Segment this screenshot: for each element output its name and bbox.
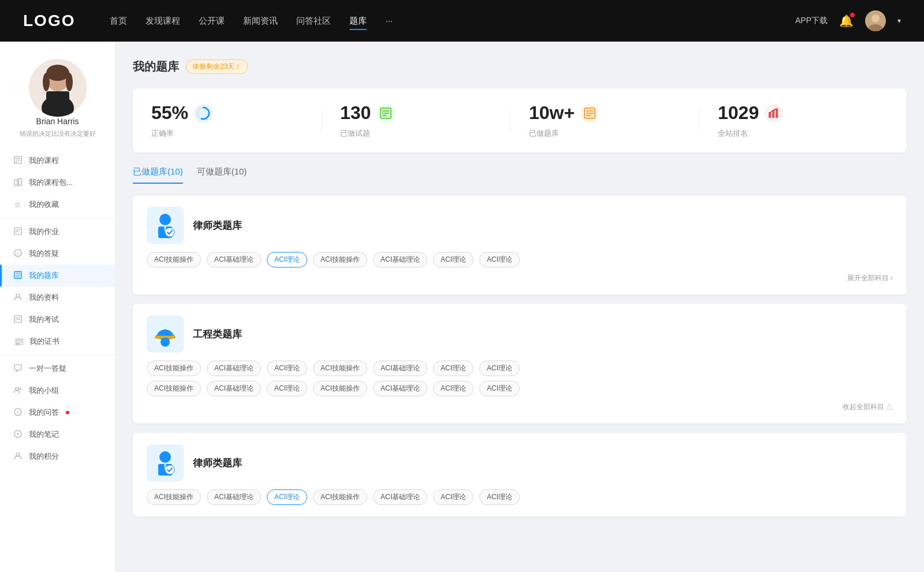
tab-done[interactable]: 已做题库(10)	[133, 166, 183, 183]
tag-1-1[interactable]: ACI基础理论	[207, 252, 261, 268]
nav-right: APP下载 🔔 ▾	[795, 10, 901, 31]
nav-link-news[interactable]: 新闻资讯	[243, 16, 278, 27]
sidebar-item-my-exams[interactable]: 我的考试	[0, 309, 115, 330]
tag-2b-4[interactable]: ACI基础理论	[373, 381, 427, 396]
notification-bell[interactable]: 🔔	[839, 14, 854, 28]
groups-icon	[14, 386, 23, 396]
tag-2b-5[interactable]: ACI理论	[433, 381, 474, 396]
engineer-icon	[147, 315, 184, 352]
sidebar-label-my-packages: 我的课程包...	[29, 177, 73, 188]
sidebar-item-my-certs[interactable]: 📰 我的证书	[0, 330, 115, 352]
page-header: 我的题库 体验剩余23天！	[133, 59, 907, 75]
nav-link-open[interactable]: 公开课	[199, 16, 225, 27]
app-download-button[interactable]: APP下载	[795, 16, 828, 26]
tag-1-5[interactable]: ACI理论	[433, 252, 474, 268]
qbank-collapse-2[interactable]: 收起全部科目 △	[147, 402, 893, 412]
sidebar-item-my-groups[interactable]: 我的小组	[0, 380, 115, 402]
sidebar-item-my-answers[interactable]: ? 我的问答	[0, 402, 115, 424]
tag-2-5[interactable]: ACI理论	[433, 361, 474, 376]
tag-2-6[interactable]: ACI理论	[479, 361, 520, 376]
tag-2b-0[interactable]: ACI技能操作	[147, 381, 201, 396]
stat-done-questions-value: 130	[340, 102, 371, 124]
stat-accuracy: 55% 正确率	[151, 102, 322, 139]
qbank-icon	[14, 271, 23, 281]
nav-link-qbank[interactable]: 题库	[349, 16, 367, 27]
svg-rect-50	[769, 112, 771, 118]
sidebar-motto: 错误的决定比没有决定要好	[14, 129, 102, 138]
qbank-tags-2b: ACI技能操作 ACI基础理论 ACI理论 ACI技能操作 ACI基础理论 AC…	[147, 381, 893, 396]
sidebar-item-my-profile[interactable]: 我的资料	[0, 287, 115, 309]
svg-point-59	[161, 337, 170, 347]
tag-3-6[interactable]: ACI理论	[479, 489, 520, 505]
tag-1-2[interactable]: ACI理论	[267, 252, 307, 268]
tag-1-3[interactable]: ACI技能操作	[313, 252, 367, 268]
nav-link-more[interactable]: ···	[385, 16, 393, 27]
tag-3-3[interactable]: ACI技能操作	[313, 489, 367, 505]
tag-2-3[interactable]: ACI技能操作	[313, 361, 367, 376]
tag-3-2[interactable]: ACI理论	[267, 489, 307, 505]
tag-3-1[interactable]: ACI基础理论	[207, 489, 261, 505]
nav-logo: LOGO	[23, 12, 75, 30]
sidebar-item-my-packages[interactable]: 我的课程包...	[0, 172, 115, 194]
qbank-tags-2a: ACI技能操作 ACI基础理论 ACI理论 ACI技能操作 ACI基础理论 AC…	[147, 361, 893, 376]
notification-dot	[850, 13, 855, 17]
svg-rect-14	[14, 180, 17, 185]
main-content: 我的题库 体验剩余23天！ 55% 正确率	[116, 42, 924, 572]
tag-2-2[interactable]: ACI理论	[267, 361, 307, 376]
tag-3-5[interactable]: ACI理论	[433, 489, 474, 505]
nav-link-discover[interactable]: 发现课程	[146, 16, 180, 27]
sidebar-item-my-notes[interactable]: 我的笔记	[0, 424, 115, 445]
sidebar-user-name: Brian Harris	[36, 117, 79, 126]
tabs-row: 已做题库(10) 可做题库(10)	[133, 166, 907, 184]
tag-2b-3[interactable]: ACI技能操作	[313, 381, 367, 396]
sidebar-label-my-homework: 我的作业	[29, 226, 59, 237]
nav-link-qa[interactable]: 问答社区	[296, 16, 331, 27]
user-dropdown-icon[interactable]: ▾	[897, 17, 901, 25]
tab-todo[interactable]: 可做题库(10)	[197, 166, 247, 183]
sidebar-item-my-favorites[interactable]: ☆ 我的收藏	[0, 194, 115, 216]
qbank-tags-3: ACI技能操作 ACI基础理论 ACI理论 ACI技能操作 ACI基础理论 AC…	[147, 489, 893, 505]
svg-point-29	[16, 387, 18, 390]
tag-3-4[interactable]: ACI基础理论	[373, 489, 427, 505]
certs-icon: 📰	[14, 337, 24, 346]
stat-rank-value: 1029	[718, 102, 759, 124]
tag-1-4[interactable]: ACI基础理论	[373, 252, 427, 268]
tag-2-1[interactable]: ACI基础理论	[207, 361, 261, 376]
sidebar-menu: 我的课程 我的课程包... ☆ 我的收藏 我的作业 ?	[0, 150, 115, 467]
tag-2-4[interactable]: ACI基础理论	[373, 361, 427, 376]
navbar: LOGO 首页 发现课程 公开课 新闻资讯 问答社区 题库 ··· APP下载 …	[0, 0, 924, 42]
qbank-expand-1[interactable]: 展开全部科目 ›	[147, 273, 893, 283]
tag-3-0[interactable]: ACI技能操作	[147, 489, 201, 505]
profile-icon	[14, 293, 23, 303]
svg-rect-51	[772, 110, 774, 118]
stat-done-banks-value: 10w+	[529, 102, 575, 124]
sidebar-label-my-questions: 我的答疑	[29, 248, 59, 259]
sidebar-item-my-qbank[interactable]: 我的题库	[0, 265, 115, 287]
tag-1-6[interactable]: ACI理论	[479, 252, 520, 268]
tag-2b-1[interactable]: ACI基础理论	[207, 381, 261, 396]
svg-point-30	[18, 388, 21, 390]
qbank-tags-1: ACI技能操作 ACI基础理论 ACI理论 ACI技能操作 ACI基础理论 AC…	[147, 252, 893, 268]
tag-2b-6[interactable]: ACI理论	[479, 381, 520, 396]
sidebar-item-one-on-one[interactable]: 一对一答疑	[0, 358, 115, 380]
sidebar-avatar	[29, 59, 87, 117]
tag-2-0[interactable]: ACI技能操作	[147, 361, 201, 376]
page-wrapper: Brian Harris 错误的决定比没有决定要好 我的课程 我的课程包... …	[0, 0, 924, 572]
tag-1-0[interactable]: ACI技能操作	[147, 252, 201, 268]
stats-row: 55% 正确率 130	[133, 88, 907, 153]
sidebar-item-my-questions[interactable]: ? 我的答疑	[0, 243, 115, 265]
nav-link-home[interactable]: 首页	[110, 16, 127, 27]
nav-links: 首页 发现课程 公开课 新闻资讯 问答社区 题库 ···	[110, 16, 795, 27]
tag-2b-2[interactable]: ACI理论	[267, 381, 307, 396]
rank-icon	[765, 104, 783, 122]
accuracy-icon	[194, 104, 213, 122]
qbank-title-3: 律师类题库	[193, 456, 242, 470]
lawyer-icon-2	[147, 444, 184, 481]
svg-point-7	[46, 65, 69, 81]
user-avatar[interactable]	[865, 10, 886, 31]
sidebar-item-my-points[interactable]: 我的积分	[0, 445, 115, 467]
sidebar-item-my-homework[interactable]: 我的作业	[0, 221, 115, 243]
sidebar-item-my-courses[interactable]: 我的课程	[0, 150, 115, 172]
stat-done-banks-label: 已做题库	[529, 128, 699, 139]
qbank-card-lawyer-1: 律师类题库 ACI技能操作 ACI基础理论 ACI理论 ACI技能操作 ACI基…	[133, 195, 907, 295]
